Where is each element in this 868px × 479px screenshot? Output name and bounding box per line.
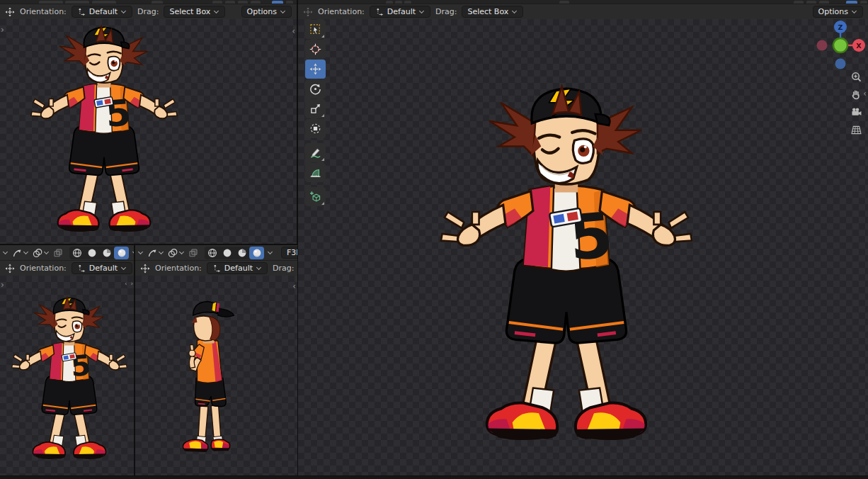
truncated-button[interactable] <box>806 1 816 4</box>
truncated-button[interactable] <box>860 1 867 4</box>
toolbar <box>305 20 326 206</box>
expand-sidebar-arrow[interactable]: ‹ <box>292 28 295 35</box>
area-resize-handle[interactable]: ‹ › <box>125 280 134 287</box>
tool-cursor[interactable] <box>305 40 326 59</box>
editor-type-chevron-icon[interactable] <box>138 250 144 255</box>
drag-dropdown[interactable]: Select Box <box>164 6 225 18</box>
expand-sidebar-arrow[interactable]: ‹ <box>863 90 867 97</box>
chevron-down-icon <box>23 250 29 255</box>
axis-minus-z-ball[interactable] <box>835 59 846 69</box>
overlays-toggle[interactable] <box>33 248 50 258</box>
viewport-canvas[interactable]: › ‹ <box>0 19 297 244</box>
viewport-bottom-front: Orientation: Default Drag: › <box>0 245 134 475</box>
axis-z-label: Z <box>838 23 843 31</box>
viewport-canvas[interactable]: › <box>0 276 134 475</box>
truncated-button[interactable] <box>386 1 393 4</box>
truncated-button[interactable] <box>251 1 261 4</box>
viewport-canvas[interactable]: ‹ <box>298 19 868 475</box>
tool-scale[interactable] <box>305 99 326 118</box>
overlays-toggle[interactable] <box>168 248 185 258</box>
orientation-label: Orientation: <box>20 7 67 16</box>
truncated-button[interactable] <box>152 1 163 4</box>
shading-material-button[interactable] <box>234 247 249 259</box>
tool-header: Orientation: Default Drag: Select Box Op… <box>298 4 868 20</box>
rendered-icon <box>117 248 127 258</box>
chevron-down-icon <box>280 9 286 14</box>
truncated-rendered-button[interactable] <box>272 1 283 4</box>
truncated-button[interactable] <box>395 1 402 4</box>
xray-toggle-icon[interactable] <box>188 248 198 258</box>
character-model-front[interactable] <box>8 293 130 467</box>
orientation-dropdown[interactable]: Default <box>370 6 430 18</box>
character-model-side[interactable] <box>172 295 247 460</box>
shading-wireframe-button[interactable] <box>205 247 219 259</box>
tool-annotate[interactable] <box>305 143 326 162</box>
expand-sidebar-arrow[interactable]: ‹ <box>292 283 296 290</box>
tool-transform[interactable] <box>305 119 326 138</box>
shading-wireframe-button[interactable] <box>69 247 84 259</box>
view-axis-gizmo[interactable]: Z X <box>811 17 868 72</box>
orientation-dropdown[interactable]: Default <box>207 262 268 274</box>
options-label: Options <box>818 7 848 16</box>
orientation-dropdown[interactable]: Default <box>72 6 132 18</box>
truncated-button[interactable] <box>39 1 63 4</box>
zoom-button[interactable] <box>850 71 862 84</box>
move-icon <box>309 63 321 75</box>
tool-move[interactable] <box>305 60 326 79</box>
gizmos-toggle[interactable] <box>12 248 29 258</box>
drag-dropdown[interactable]: Select Box <box>462 6 523 18</box>
truncated-button[interactable] <box>559 1 569 4</box>
options-button[interactable]: Options <box>241 6 292 18</box>
shading-solid-button[interactable] <box>84 247 99 259</box>
editor-type-chevron-icon[interactable] <box>3 250 8 255</box>
tool-measure[interactable] <box>305 163 326 182</box>
camera-icon <box>850 106 862 118</box>
truncated-rendered-button[interactable] <box>846 1 857 4</box>
truncated-button[interactable] <box>225 1 235 4</box>
grid-icon <box>850 124 862 136</box>
truncated-button[interactable] <box>65 1 89 4</box>
render-engine-button[interactable]: F3D Rend <box>281 247 297 259</box>
axis-y-ball[interactable] <box>833 38 847 52</box>
orientation-dropdown[interactable]: Default <box>72 262 132 274</box>
orthographic-toggle-button[interactable] <box>850 124 862 137</box>
viewport-canvas[interactable]: ‹ <box>135 276 297 475</box>
truncated-button[interactable] <box>819 1 829 4</box>
shading-material-button[interactable] <box>99 247 114 259</box>
expand-toolbar-arrow[interactable]: › <box>1 281 4 288</box>
truncated-button[interactable] <box>286 1 293 4</box>
truncated-button[interactable] <box>794 1 804 4</box>
shading-mode-group <box>205 247 264 259</box>
blender-window: Orientation: Default Drag: Select Box Op… <box>0 0 868 479</box>
measure-icon <box>309 167 321 179</box>
shading-rendered-button[interactable] <box>114 247 129 259</box>
character-model-front[interactable] <box>27 21 181 242</box>
xray-toggle-icon[interactable] <box>53 248 63 258</box>
material-preview-icon <box>102 248 112 258</box>
truncated-button[interactable] <box>212 1 222 4</box>
axis-minus-x-ball[interactable] <box>817 40 828 51</box>
tool-add-cube[interactable] <box>305 187 326 206</box>
tool-rotate[interactable] <box>305 79 326 98</box>
scale-icon <box>309 103 321 115</box>
pan-button[interactable] <box>850 89 862 101</box>
shading-rendered-button[interactable] <box>249 247 264 259</box>
add-cube-icon <box>309 191 321 203</box>
shading-options-chevron-icon[interactable] <box>132 250 134 255</box>
character-model-main[interactable] <box>434 77 699 457</box>
tool-select-box[interactable] <box>305 20 326 39</box>
shading-solid-button[interactable] <box>219 247 234 259</box>
options-button[interactable]: Options <box>813 6 863 18</box>
shading-options-chevron-icon[interactable] <box>268 250 273 255</box>
chevron-down-icon <box>44 250 50 255</box>
expand-toolbar-arrow[interactable]: › <box>1 26 4 33</box>
camera-view-button[interactable] <box>850 106 862 119</box>
truncated-button[interactable] <box>404 1 411 4</box>
options-label: Options <box>247 7 277 16</box>
active-tool-move-icon <box>303 7 313 17</box>
viewport-top-left: Orientation: Default Drag: Select Box Op… <box>0 0 297 244</box>
truncated-button[interactable] <box>238 1 248 4</box>
truncated-button[interactable] <box>92 1 116 4</box>
overlays-icon <box>33 248 42 258</box>
gizmos-toggle[interactable] <box>147 248 164 258</box>
